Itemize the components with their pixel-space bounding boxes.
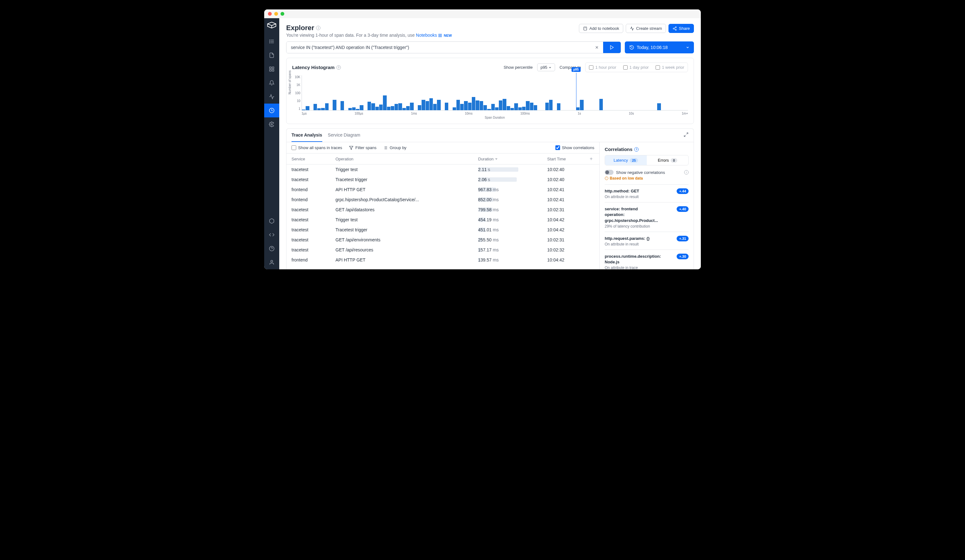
compare-option[interactable]: 1 hour prior xyxy=(587,64,618,71)
window-title-bar xyxy=(264,10,701,18)
correlation-item[interactable]: process.runtime.description: Node.js+.30… xyxy=(605,250,689,269)
table-row[interactable]: tracetestTracetest trigger451.01 ms10:04… xyxy=(286,225,599,235)
column-duration[interactable]: Duration xyxy=(478,157,547,162)
svg-rect-19 xyxy=(584,27,587,30)
share-button[interactable]: Share xyxy=(669,24,694,33)
clear-icon[interactable] xyxy=(590,42,603,53)
correlation-item[interactable]: http.request.params: {}+.31On attribute … xyxy=(605,232,689,250)
table-row[interactable]: tracetestGET /api/datastores799.58 ms10:… xyxy=(286,205,599,215)
chevron-down-icon xyxy=(495,157,498,160)
svg-marker-31 xyxy=(349,146,353,149)
sidebar-clock-icon[interactable] xyxy=(264,104,279,118)
run-query-button[interactable] xyxy=(603,42,621,53)
svg-rect-15 xyxy=(438,34,440,36)
svg-line-29 xyxy=(686,133,688,134)
svg-rect-6 xyxy=(270,67,271,69)
table-row[interactable]: frontendAPI HTTP GET139.57 ms10:04:42 xyxy=(286,255,599,265)
svg-marker-28 xyxy=(610,46,613,49)
page-subtitle: You're viewing 1-hour of span data. For … xyxy=(286,33,452,38)
add-column-button[interactable]: + xyxy=(588,156,594,162)
column-operation[interactable]: Operation xyxy=(335,157,478,162)
svg-point-14 xyxy=(271,260,273,262)
low-data-warning: Based on low data xyxy=(605,176,689,181)
svg-line-30 xyxy=(684,135,686,137)
svg-rect-18 xyxy=(440,36,442,37)
correlation-item[interactable]: service: frontendoperation: grpc.hipster… xyxy=(605,202,689,232)
svg-rect-8 xyxy=(270,70,271,71)
negative-correlations-toggle[interactable] xyxy=(605,170,613,175)
history-icon xyxy=(629,45,634,50)
table-row[interactable]: tracetestGET /api/resources157.17 ms10:0… xyxy=(286,245,599,255)
show-percentile-label: Show percentile xyxy=(504,65,533,70)
svg-rect-17 xyxy=(438,36,440,37)
query-input[interactable] xyxy=(286,42,590,53)
info-icon[interactable]: ? xyxy=(337,65,341,70)
sidebar-help-icon[interactable] xyxy=(264,242,279,256)
svg-point-22 xyxy=(673,28,674,29)
sidebar-code-icon[interactable] xyxy=(264,228,279,242)
sidebar-grid-icon[interactable] xyxy=(264,62,279,76)
table-row[interactable]: tracetestTracetest trigger2.06 s10:02:40 xyxy=(286,175,599,184)
chevron-down-icon xyxy=(686,46,690,49)
sidebar-list-icon[interactable] xyxy=(264,34,279,48)
correlations-title: Correlations ? xyxy=(605,147,689,152)
correlation-item[interactable]: http.method: GET+.44On attribute in resu… xyxy=(605,184,689,202)
svg-point-11 xyxy=(271,124,273,125)
svg-rect-7 xyxy=(272,67,274,69)
svg-rect-9 xyxy=(272,70,274,71)
percentile-select[interactable]: p95 xyxy=(537,64,555,71)
show-all-spans-checkbox[interactable]: Show all spans in traces xyxy=(291,145,342,150)
column-start-time[interactable]: Start Time xyxy=(547,157,588,162)
expand-icon[interactable] xyxy=(684,132,689,139)
table-row[interactable]: tracetestGET /api/environments255.50 ms1… xyxy=(286,235,599,245)
table-row[interactable]: frontendAPI HTTP GET967.83 ms10:02:41 xyxy=(286,184,599,194)
svg-line-24 xyxy=(674,29,676,29)
sidebar-settings-icon[interactable] xyxy=(264,118,279,131)
info-icon[interactable]: i xyxy=(684,170,689,175)
table-row[interactable]: tracetestTrigger test454.19 ms10:04:42 xyxy=(286,215,599,225)
close-window-button[interactable] xyxy=(268,12,272,16)
svg-line-25 xyxy=(674,27,676,28)
table-row[interactable]: tracetestTrigger test2.11 s10:02:40 xyxy=(286,165,599,175)
sidebar-cube-icon[interactable] xyxy=(264,214,279,228)
show-correlations-checkbox[interactable]: Show correlations xyxy=(555,145,594,150)
svg-point-4 xyxy=(270,41,270,42)
svg-rect-16 xyxy=(440,34,442,36)
filter-spans-button[interactable]: Filter spans xyxy=(349,145,376,150)
tab-service-diagram[interactable]: Service Diagram xyxy=(328,129,360,142)
sidebar xyxy=(264,18,279,269)
tab-errors[interactable]: Errors 0 xyxy=(647,155,689,165)
sidebar-user-icon[interactable] xyxy=(264,256,279,269)
info-icon[interactable]: i xyxy=(316,26,321,30)
time-picker-button[interactable]: Today, 10:06:18 xyxy=(625,41,694,53)
group-by-button[interactable]: Group by xyxy=(383,145,406,150)
sidebar-bell-icon[interactable] xyxy=(264,76,279,90)
compare-option[interactable]: 1 week prior xyxy=(653,64,687,71)
add-notebook-button[interactable]: Add to notebook xyxy=(579,24,623,33)
logo-icon xyxy=(267,21,277,29)
page-title: Explorer i xyxy=(286,24,321,32)
tab-latency[interactable]: Latency 25 xyxy=(605,155,647,165)
table-row[interactable]: frontendgrpc.hipstershop.ProductCatalogS… xyxy=(286,194,599,205)
notebooks-link[interactable]: Notebooks xyxy=(416,33,442,38)
sidebar-document-icon[interactable] xyxy=(264,48,279,62)
svg-point-23 xyxy=(676,29,677,31)
column-service[interactable]: Service xyxy=(291,157,335,162)
tab-trace-analysis[interactable]: Trace Analysis xyxy=(291,129,322,142)
histogram-title: Latency Histogram ? xyxy=(292,65,341,70)
svg-point-5 xyxy=(270,43,270,43)
latency-histogram-chart: Number of spans 10K1K100101 p95 1µs100µs… xyxy=(292,75,688,119)
svg-point-3 xyxy=(270,40,270,41)
maximize-window-button[interactable] xyxy=(281,12,284,16)
minimize-window-button[interactable] xyxy=(274,12,278,16)
create-stream-button[interactable]: Create stream xyxy=(626,24,666,33)
svg-point-21 xyxy=(676,27,677,28)
sidebar-activity-icon[interactable] xyxy=(264,90,279,104)
info-icon[interactable]: ? xyxy=(634,147,639,152)
compare-option[interactable]: 1 day prior xyxy=(621,64,651,71)
